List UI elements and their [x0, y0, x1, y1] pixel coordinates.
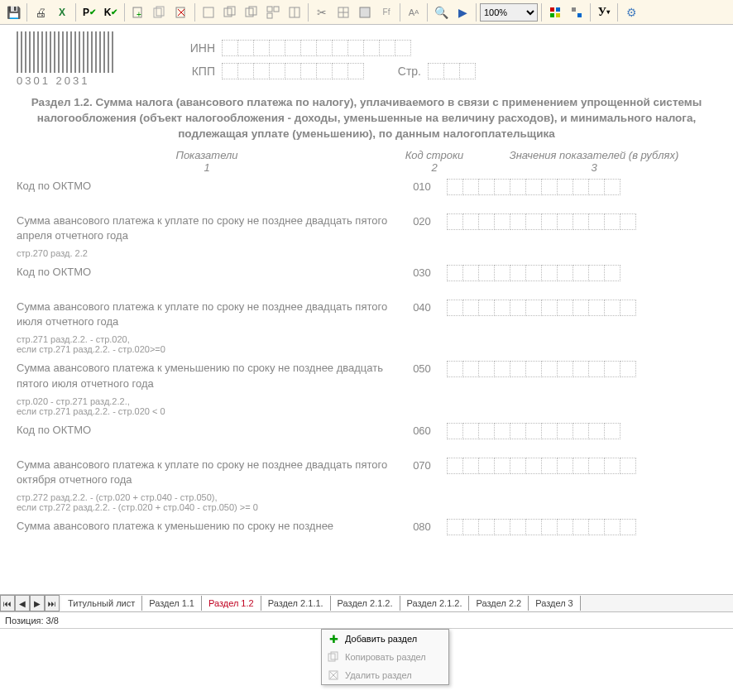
separator	[617, 3, 618, 22]
row-code: 020	[397, 213, 447, 228]
tab[interactable]: Раздел 2.1.1.	[261, 596, 331, 611]
delete-section-icon[interactable]	[171, 2, 191, 22]
recalc-k-icon[interactable]: K✔	[101, 2, 121, 22]
tool-5-icon[interactable]	[285, 2, 304, 22]
form-row: Сумма авансового платежа к уплате по сро…	[17, 213, 716, 243]
row-label: Код по ОКТМО	[17, 179, 397, 194]
header-row: 0301 2031 ИНН КПП Стр.	[17, 31, 716, 87]
row-code: 030	[397, 265, 447, 279]
save-icon[interactable]: 💾	[3, 2, 23, 22]
settings-icon[interactable]: ⚙	[621, 2, 641, 22]
tabs-container: Титульный листРаздел 1.1Раздел 1.2Раздел…	[61, 596, 581, 611]
row-label: Сумма авансового платежа к уплате по сро…	[17, 213, 397, 243]
barcode-text: 0301 2031	[17, 74, 116, 87]
form-row: Сумма авансового платежа к уменьшению по…	[17, 519, 716, 535]
tool-4-icon[interactable]	[263, 2, 283, 22]
row-value-cells[interactable]	[447, 458, 716, 474]
row-value-cells[interactable]	[447, 423, 716, 439]
excel-icon[interactable]: X	[52, 2, 72, 22]
row-value-cells[interactable]	[447, 300, 716, 316]
form-row: Сумма авансового платежа к уплате по сро…	[17, 458, 716, 487]
font-size-icon[interactable]: AA	[404, 2, 424, 22]
kpp-label: КПП	[182, 65, 215, 78]
grid-icon[interactable]	[333, 2, 353, 22]
delete-icon	[327, 669, 340, 682]
column-headers: Показатели 1 Код строки 2 Значения показ…	[17, 149, 716, 174]
tab[interactable]: Раздел 2.1.2.	[331, 596, 400, 611]
row-value-cells[interactable]	[447, 213, 716, 230]
row-note: стр.020 - стр.271 разд.2.2., если стр.27…	[17, 396, 716, 416]
nav-next-icon[interactable]: ▶	[30, 595, 45, 611]
cm-copy-label: Копировать раздел	[345, 652, 426, 662]
row-note: стр.270 разд. 2.2	[17, 248, 716, 258]
nav-first-icon[interactable]: ⏮	[0, 595, 15, 611]
str-cells[interactable]	[428, 63, 475, 79]
col2-num: 2	[397, 161, 472, 174]
table-icon[interactable]	[355, 2, 375, 22]
form-row: Код по ОКТМО060	[17, 423, 716, 439]
col3-num: 3	[472, 161, 716, 174]
row-label: Сумма авансового платежа к уплате по сро…	[17, 300, 397, 329]
zoom-select[interactable]: 100%	[480, 3, 538, 22]
tab[interactable]: Раздел 2.2	[469, 596, 529, 611]
nav-prev-icon[interactable]: ◀	[15, 595, 30, 611]
bold-y-icon[interactable]: У ▾	[594, 2, 614, 22]
color-1-icon[interactable]	[545, 2, 565, 22]
svg-rect-20	[360, 7, 370, 17]
svg-rect-24	[556, 13, 560, 17]
copy-section-icon[interactable]	[150, 2, 170, 22]
inn-cells[interactable]	[222, 40, 410, 56]
row-label: Код по ОКТМО	[17, 423, 397, 438]
tab-nav-buttons: ⏮ ◀ ▶ ⏭	[0, 595, 60, 611]
cm-add-section[interactable]: ✚ Добавить раздел	[322, 630, 448, 648]
recalc-p-icon[interactable]: P✔	[79, 2, 99, 22]
row-value-cells[interactable]	[447, 179, 716, 195]
row-label: Сумма авансового платежа к уменьшению по…	[17, 519, 397, 534]
row-value-cells[interactable]	[447, 361, 716, 377]
col1-num: 1	[17, 161, 397, 174]
row-label: Сумма авансового платежа к уменьшению по…	[17, 361, 397, 391]
separator	[476, 3, 477, 22]
row-label: Код по ОКТМО	[17, 265, 397, 280]
svg-rect-14	[267, 13, 272, 18]
color-2-icon[interactable]	[567, 2, 587, 22]
tab[interactable]: Титульный лист	[61, 596, 142, 611]
scissors-icon[interactable]: ✂	[312, 2, 332, 22]
format-icon[interactable]: Ff	[376, 2, 396, 22]
separator	[308, 3, 309, 22]
nav-last-icon[interactable]: ⏭	[45, 595, 60, 611]
row-value-cells[interactable]	[447, 519, 716, 535]
rows-container: Код по ОКТМО010Сумма авансового платежа …	[17, 179, 716, 549]
row-code: 080	[397, 519, 447, 533]
separator	[26, 3, 27, 22]
svg-rect-4	[176, 7, 184, 17]
barcode-block: 0301 2031	[17, 31, 116, 87]
tool-1-icon[interactable]	[199, 2, 218, 22]
position-value: 3/8	[46, 616, 59, 626]
separator	[400, 3, 400, 22]
print-icon[interactable]: 🖨	[31, 2, 50, 22]
next-icon[interactable]: ▶	[453, 2, 472, 22]
cm-delete-section: Удалить раздел	[322, 666, 448, 684]
status-bar: Позиция: 3/8	[0, 612, 733, 629]
col3-header: Значения показателей (в рублях)	[472, 149, 716, 161]
search-icon[interactable]: 🔍	[431, 2, 451, 22]
page-content: 0301 2031 ИНН КПП Стр.	[0, 25, 733, 555]
context-menu: ✚ Добавить раздел Копировать раздел Удал…	[321, 629, 449, 685]
form-row: Код по ОКТМО030	[17, 265, 716, 281]
document-area: 0301 2031 ИНН КПП Стр.	[0, 25, 733, 594]
tool-3-icon[interactable]	[242, 2, 261, 22]
row-value-cells[interactable]	[447, 265, 716, 281]
tab[interactable]: Раздел 1.1	[142, 596, 202, 611]
row-label: Сумма авансового платежа к уплате по сро…	[17, 458, 397, 487]
str-label: Стр.	[380, 65, 421, 78]
tab[interactable]: Раздел 3	[529, 596, 581, 611]
tab[interactable]: Раздел 2.1.2.	[400, 596, 470, 611]
separator	[427, 3, 428, 22]
add-section-icon[interactable]: +	[128, 2, 148, 22]
tab[interactable]: Раздел 1.2	[202, 596, 261, 611]
copy-icon	[327, 650, 340, 664]
position-label: Позиция:	[5, 616, 44, 626]
tool-2-icon[interactable]	[220, 2, 240, 22]
kpp-cells[interactable]	[222, 63, 363, 79]
